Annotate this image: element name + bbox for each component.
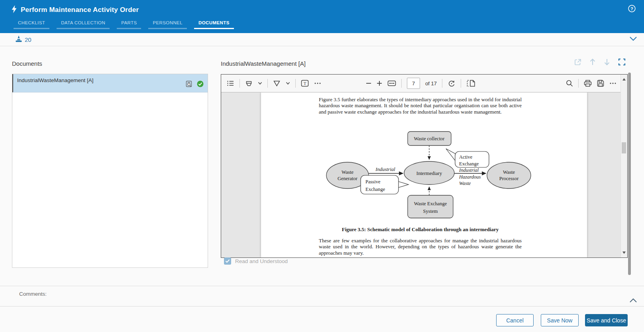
next-document-arrow-icon[interactable] [604, 58, 610, 67]
tab-parts[interactable]: PARTS [117, 20, 141, 29]
diagram-flow1-label: Industrial [375, 167, 395, 172]
lightning-icon [11, 5, 17, 15]
download-save-icon[interactable] [597, 80, 604, 87]
diagram-label-passive-1: Passive [365, 179, 381, 185]
read-and-understood-row: Read and Understood [224, 257, 288, 265]
zoom-out-icon[interactable] [366, 83, 371, 84]
pdf-scrollbar[interactable] [620, 75, 627, 257]
document-list-item[interactable]: IndustrialWasteManagement [A] [12, 74, 208, 92]
diagram-label-waste-processor-2: Processor [499, 176, 519, 181]
document-name: IndustrialWasteManagement [A] [17, 77, 94, 83]
fit-to-width-icon[interactable] [387, 80, 396, 86]
rotate-page-icon[interactable] [448, 79, 456, 87]
tab-personnel[interactable]: PERSONNEL [148, 20, 187, 29]
bookmark-list-icon[interactable] [227, 80, 234, 87]
text-tool-icon[interactable]: T [301, 80, 309, 87]
toolbar-separator [295, 79, 296, 88]
zoom-in-icon[interactable] [377, 81, 382, 86]
footer-action-bar: Cancel Save Now Save and Close [0, 306, 644, 332]
diagram-label-waste-generator-2: Generator [338, 176, 358, 181]
figure-caption: Figure 3.5: Schematic model of Collabora… [319, 226, 522, 233]
viewer-document-title: IndustrialWasteManagement [A] [221, 60, 306, 67]
toolbar-separator [401, 79, 402, 88]
svg-text:T: T [304, 81, 306, 86]
app-header: Perform Maintenance Activity Order ? CHE… [0, 0, 644, 33]
pdf-paragraph: These are few examples for the collabora… [319, 238, 522, 256]
toolbar-separator [578, 79, 579, 88]
order-summary-bar: 20 [0, 33, 644, 46]
open-external-icon[interactable] [574, 59, 581, 67]
diagram-flow2-label-3: Waste [459, 181, 471, 186]
diagram-label-waste-generator-1: Waste [342, 169, 354, 175]
more-options-icon[interactable] [609, 82, 617, 84]
diagram-label-active-1: Active [459, 154, 473, 160]
diagram-label-active-2: Exchange [459, 161, 479, 167]
diagram-label-waste-collector: Waste collector [414, 136, 445, 141]
tab-data-collection[interactable]: DATA COLLECTION [57, 20, 110, 29]
previous-document-arrow-icon[interactable] [589, 58, 596, 67]
diagram-label-intermediary: Intermediary [416, 171, 442, 176]
viewer-actions [574, 58, 626, 67]
diagram-label-passive-2: Exchange [365, 187, 385, 192]
more-annotation-tools-icon[interactable] [314, 82, 321, 84]
highlight-tool-icon[interactable] [245, 80, 253, 87]
diagram-label-waste-processor-1: Waste [503, 169, 515, 175]
page-number-input[interactable] [407, 78, 420, 89]
chevron-up-icon[interactable] [629, 297, 637, 304]
save-now-button[interactable]: Save Now [541, 314, 579, 326]
search-icon[interactable] [566, 80, 573, 87]
comments-label: Comments: [19, 291, 47, 297]
organize-pages-icon[interactable] [466, 80, 476, 87]
pdf-body: Figure 3.5 further elaborates the types … [221, 92, 620, 257]
diagram-flow2-label-2: Hazardous [459, 174, 481, 180]
shape-tool-dropdown-chevron-icon[interactable] [286, 82, 290, 85]
toolbar-separator [461, 79, 461, 88]
toolbar-separator [240, 79, 240, 88]
diagram-flow2-label-1: Industrial [459, 167, 479, 173]
scroll-down-arrow-icon[interactable] [622, 251, 626, 254]
panel-scrollbar-thumb[interactable] [628, 73, 631, 275]
comments-section: Comments: [0, 286, 644, 306]
order-count: 20 [25, 36, 31, 43]
diagram-label-waste-exchange-2: System [423, 208, 438, 214]
highlight-tool-dropdown-chevron-icon[interactable] [258, 82, 262, 85]
tab-checklist[interactable]: CHECKLIST [14, 20, 49, 29]
read-and-understood-checkbox[interactable] [224, 257, 231, 265]
scroll-up-arrow-icon[interactable] [622, 78, 626, 81]
toolbar-separator [442, 79, 442, 88]
help-icon[interactable]: ? [628, 5, 636, 12]
pdf-toolbar: T [221, 75, 620, 92]
save-and-close-button[interactable]: Save and Close [585, 314, 628, 326]
documents-panel-title: Documents [12, 60, 42, 67]
diagram-label-waste-exchange-1: Waste Exchange [414, 201, 447, 206]
page-title: Perform Maintenance Activity Order [21, 6, 139, 14]
documents-list: IndustrialWasteManagement [A] [12, 74, 208, 268]
tab-documents[interactable]: DOCUMENTS [194, 20, 234, 29]
cone-icon [15, 35, 22, 44]
cancel-button[interactable]: Cancel [496, 314, 534, 326]
tab-bar: CHECKLIST DATA COLLECTION PARTS PERSONNE… [14, 20, 234, 29]
print-icon[interactable] [584, 80, 592, 87]
verified-check-icon [197, 81, 204, 89]
order-badge: 20 [15, 35, 31, 44]
chevron-down-icon[interactable] [629, 35, 637, 43]
document-preview-icon[interactable] [186, 81, 193, 89]
page-count-label: of 17 [425, 81, 437, 86]
toolbar-separator [267, 79, 268, 88]
pdf-scrollbar-thumb[interactable] [622, 142, 626, 153]
svg-text:?: ? [630, 6, 633, 11]
read-and-understood-label: Read and Understood [235, 258, 288, 264]
app-window: Perform Maintenance Activity Order ? CHE… [0, 0, 644, 332]
fullscreen-icon[interactable] [618, 58, 626, 67]
pdf-viewer: T [221, 74, 628, 258]
pdf-page: Figure 3.5 further elaborates the types … [261, 92, 587, 257]
shape-tool-icon[interactable] [273, 80, 281, 87]
